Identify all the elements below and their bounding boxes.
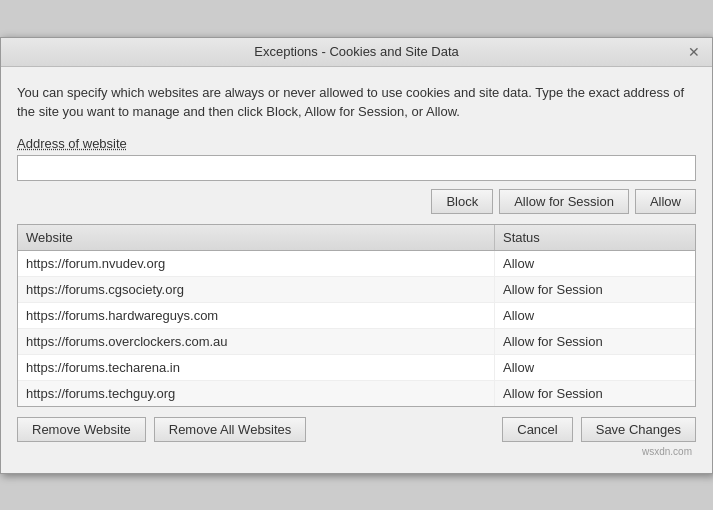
table-cell-status: Allow bbox=[495, 303, 695, 328]
allow-for-session-button[interactable]: Allow for Session bbox=[499, 189, 629, 214]
table-cell-website: https://forums.techguy.org bbox=[18, 381, 495, 406]
bottom-right-buttons: Cancel Save Changes bbox=[502, 417, 696, 442]
watermark: wsxdn.com bbox=[17, 446, 696, 457]
table-cell-status: Allow bbox=[495, 355, 695, 380]
close-button[interactable]: ✕ bbox=[686, 44, 702, 60]
block-button[interactable]: Block bbox=[431, 189, 493, 214]
table-row[interactable]: https://forums.hardwareguys.comAllow bbox=[18, 303, 695, 329]
table-row[interactable]: https://forums.cgsociety.orgAllow for Se… bbox=[18, 277, 695, 303]
remove-website-label: Remove Website bbox=[32, 422, 131, 437]
remove-all-websites-button[interactable]: Remove All Websites bbox=[154, 417, 307, 442]
table-cell-website: https://forums.techarena.in bbox=[18, 355, 495, 380]
allow-for-session-label: Allow for Session bbox=[514, 194, 614, 209]
description-text: You can specify which websites are alway… bbox=[17, 83, 696, 122]
block-label: Block bbox=[446, 194, 478, 209]
save-changes-button[interactable]: Save Changes bbox=[581, 417, 696, 442]
save-changes-label: Save Changes bbox=[596, 422, 681, 437]
allow-button[interactable]: Allow bbox=[635, 189, 696, 214]
table-cell-website: https://forum.nvudev.org bbox=[18, 251, 495, 276]
exceptions-dialog: Exceptions - Cookies and Site Data ✕ You… bbox=[0, 37, 713, 474]
table-cell-status: Allow for Session bbox=[495, 329, 695, 354]
table-cell-website: https://forums.overclockers.com.au bbox=[18, 329, 495, 354]
cancel-label: Cancel bbox=[517, 422, 557, 437]
address-label: Address of website bbox=[17, 136, 127, 151]
title-bar: Exceptions - Cookies and Site Data ✕ bbox=[1, 38, 712, 67]
table-cell-status: Allow for Session bbox=[495, 381, 695, 406]
remove-all-websites-label: Remove All Websites bbox=[169, 422, 292, 437]
table-body[interactable]: https://forum.nvudev.orgAllowhttps://for… bbox=[18, 251, 695, 406]
bottom-buttons-row: Remove Website Remove All Websites Cance… bbox=[17, 417, 696, 442]
dialog-title: Exceptions - Cookies and Site Data bbox=[27, 44, 686, 59]
action-buttons-row: Block Allow for Session Allow bbox=[17, 189, 696, 214]
table-row[interactable]: https://forums.techguy.orgAllow for Sess… bbox=[18, 381, 695, 406]
table-row[interactable]: https://forums.techarena.inAllow bbox=[18, 355, 695, 381]
allow-label: Allow bbox=[650, 194, 681, 209]
table-row[interactable]: https://forums.overclockers.com.auAllow … bbox=[18, 329, 695, 355]
table-header: Website Status bbox=[18, 225, 695, 251]
exceptions-table: Website Status https://forum.nvudev.orgA… bbox=[17, 224, 696, 407]
cancel-button[interactable]: Cancel bbox=[502, 417, 572, 442]
table-cell-website: https://forums.cgsociety.org bbox=[18, 277, 495, 302]
table-cell-website: https://forums.hardwareguys.com bbox=[18, 303, 495, 328]
header-website: Website bbox=[18, 225, 495, 250]
remove-website-button[interactable]: Remove Website bbox=[17, 417, 146, 442]
table-row[interactable]: https://forum.nvudev.orgAllow bbox=[18, 251, 695, 277]
table-cell-status: Allow for Session bbox=[495, 277, 695, 302]
bottom-left-buttons: Remove Website Remove All Websites bbox=[17, 417, 306, 442]
dialog-body: You can specify which websites are alway… bbox=[1, 67, 712, 473]
table-cell-status: Allow bbox=[495, 251, 695, 276]
address-input[interactable] bbox=[17, 155, 696, 181]
header-status: Status bbox=[495, 225, 695, 250]
